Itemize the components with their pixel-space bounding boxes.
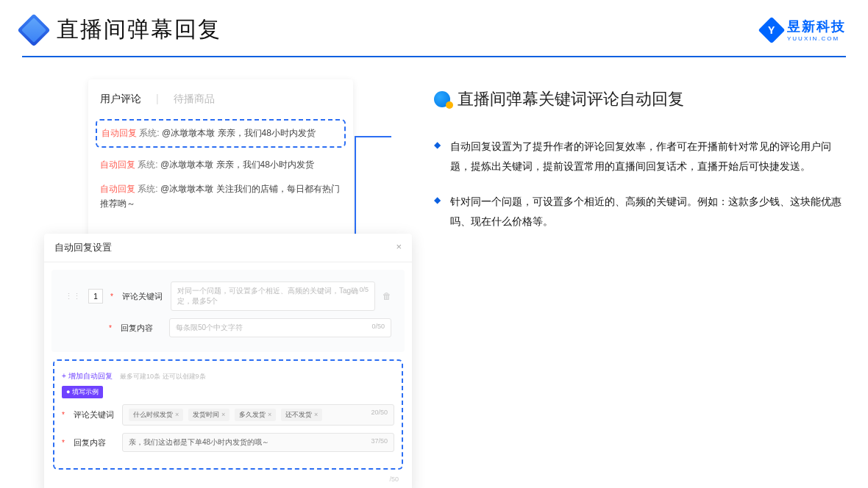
index-badge: 1 bbox=[88, 289, 103, 304]
comment-text: @冰墩墩本墩 亲亲，我们48小时内发货 bbox=[162, 128, 316, 138]
tag[interactable]: 发货时间 bbox=[188, 409, 230, 421]
page-header: 直播间弹幕回复 Y 昱新科技 YUUXIN.COM bbox=[0, 0, 868, 56]
comment-row: 自动回复 系统: @冰墩墩本墩 亲亲，我们48小时内发货 bbox=[100, 158, 341, 172]
section-title: 直播间弹幕关键词评论自动回复 bbox=[434, 88, 846, 110]
close-icon[interactable]: × bbox=[396, 241, 402, 254]
keyword-label: 评论关键词 bbox=[122, 291, 163, 302]
tag[interactable]: 还不发货 bbox=[281, 409, 322, 421]
brand-sub: YUUXIN.COM bbox=[787, 35, 846, 42]
left-column: 用户评论 | 待播商品 自动回复 系统: @冰墩墩本墩 亲亲，我们48小时内发货… bbox=[22, 79, 405, 324]
brand-name: 昱新科技 bbox=[787, 18, 846, 35]
keyword-input[interactable]: 对同一个问题，可设置多个相近、高频的关键词，Tag确定，最多5个 0/5 bbox=[171, 281, 375, 311]
add-reply-note: 最多可建10条 还可以创建9条 bbox=[120, 373, 206, 380]
description-list: 自动回复设置为了提升作者的评论回复效率，作者可在开播前针对常见的评论用户问题，提… bbox=[434, 137, 846, 231]
tag[interactable]: 多久发货 bbox=[235, 409, 276, 421]
footer-counter: /50 bbox=[44, 476, 412, 487]
right-column: 直播间弹幕关键词评论自动回复 自动回复设置为了提升作者的评论回复效率，作者可在开… bbox=[427, 79, 846, 324]
example-content-row: * 回复内容 亲，我们这边都是下单48小时内发货的哦～ 37/50 bbox=[62, 433, 394, 452]
connector-line-icon bbox=[355, 136, 391, 137]
drag-handle-icon[interactable]: ⋮⋮ bbox=[65, 292, 81, 301]
brand-icon: Y bbox=[758, 16, 786, 43]
form-body: ⋮⋮ 1 * 评论关键词 对同一个问题，可设置多个相近、高频的关键词，Tag确定… bbox=[51, 270, 405, 352]
auto-reply-settings-modal: 自动回复设置 × ⋮⋮ 1 * 评论关键词 对同一个问题，可设置多个相近、高频的… bbox=[44, 234, 412, 488]
example-section: + 增加自动回复 最多可建10条 还可以创建9条 ● 填写示例 * 评论关键词 … bbox=[53, 359, 403, 470]
delete-icon[interactable]: 🗑 bbox=[383, 291, 391, 301]
header-left: 直播间弹幕回复 bbox=[22, 15, 221, 45]
brand-logo: Y 昱新科技 YUUXIN.COM bbox=[762, 18, 846, 42]
content-row: * 回复内容 每条限50个中文字符 0/50 bbox=[65, 318, 391, 337]
example-badge: ● 填写示例 bbox=[62, 386, 103, 398]
required-icon: * bbox=[110, 293, 113, 301]
comment-row-highlighted: 自动回复 系统: @冰墩墩本墩 亲亲，我们48小时内发货 bbox=[96, 119, 346, 148]
modal-header: 自动回复设置 × bbox=[44, 234, 412, 262]
comments-tabs: 用户评论 | 待播商品 bbox=[100, 93, 341, 106]
content-label: 回复内容 bbox=[121, 323, 162, 334]
example-keyword-row: * 评论关键词 什么时候发货 发货时间 多久发货 还不发货 20/50 bbox=[62, 404, 394, 426]
content-input[interactable]: 每条限50个中文字符 0/50 bbox=[169, 318, 391, 337]
cube-icon bbox=[17, 13, 50, 46]
example-keyword-input[interactable]: 什么时候发货 发货时间 多久发货 还不发货 20/50 bbox=[122, 404, 394, 426]
tab-pending-products[interactable]: 待播商品 bbox=[174, 93, 215, 106]
modal-title: 自动回复设置 bbox=[54, 241, 112, 254]
desc-item: 自动回复设置为了提升作者的评论回复效率，作者可在开播前针对常见的评论用户问题，提… bbox=[434, 137, 846, 176]
tab-user-comments[interactable]: 用户评论 bbox=[100, 93, 141, 106]
chat-bubble-icon bbox=[434, 91, 450, 107]
tag[interactable]: 什么时候发货 bbox=[129, 409, 183, 421]
add-reply-link[interactable]: + 增加自动回复 bbox=[62, 372, 113, 380]
desc-item: 针对同一个问题，可设置多个相近的、高频的关键词。例如：这款多少钱、这块能优惠吗、… bbox=[434, 192, 846, 231]
auto-reply-badge: 自动回复 bbox=[102, 128, 137, 138]
system-label: 系统: bbox=[139, 128, 159, 138]
page-title: 直播间弹幕回复 bbox=[57, 15, 221, 45]
comment-row: 自动回复 系统: @冰墩墩本墩 关注我们的店铺，每日都有热门推荐哟～ bbox=[100, 182, 341, 210]
keyword-row: ⋮⋮ 1 * 评论关键词 对同一个问题，可设置多个相近、高频的关键词，Tag确定… bbox=[65, 281, 391, 311]
example-content-input[interactable]: 亲，我们这边都是下单48小时内发货的哦～ 37/50 bbox=[122, 433, 394, 452]
